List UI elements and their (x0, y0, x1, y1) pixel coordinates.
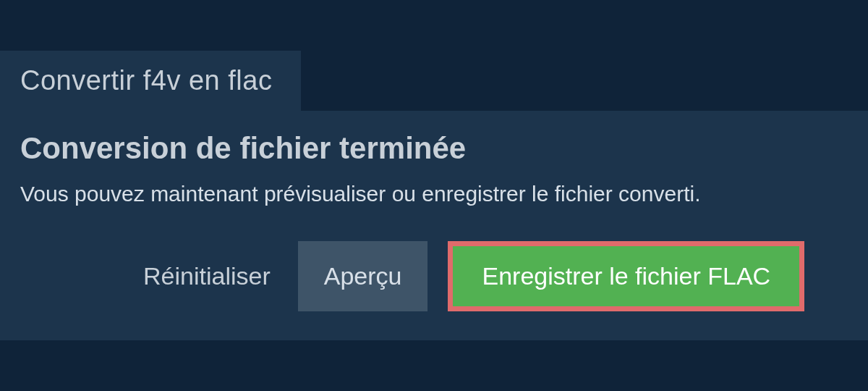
save-button[interactable]: Enregistrer le fichier FLAC (453, 246, 799, 306)
preview-button[interactable]: Aperçu (298, 241, 428, 311)
page-title: Conversion de fichier terminée (20, 131, 848, 166)
reset-link[interactable]: Réinitialiser (143, 241, 278, 311)
button-row: Réinitialiser Aperçu Enregistrer le fich… (20, 241, 848, 311)
save-label: Enregistrer le fichier FLAC (482, 262, 770, 290)
page-subtext: Vous pouvez maintenant prévisualiser ou … (20, 182, 848, 206)
save-button-highlight: Enregistrer le fichier FLAC (448, 241, 804, 311)
tab-convert[interactable]: Convertir f4v en flac (0, 51, 301, 111)
panel: Convertir f4v en flac Conversion de fich… (0, 0, 868, 340)
reset-label: Réinitialiser (143, 262, 271, 290)
content-area: Conversion de fichier terminée Vous pouv… (0, 111, 868, 340)
tab-label: Convertir f4v en flac (20, 65, 272, 96)
preview-label: Aperçu (324, 262, 402, 290)
